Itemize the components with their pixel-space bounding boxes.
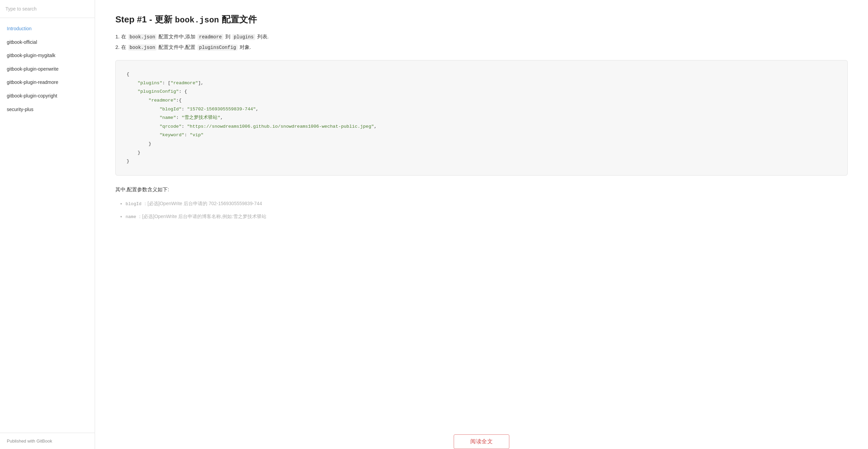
- bullet-blogid-text: ：[必选]OpenWrite 后台申请的: [143, 201, 207, 206]
- bullet-name-text: ：[必选]OpenWrite 后台申请的博客名称,例如:雪之梦技术驿站: [137, 214, 266, 219]
- bullet-item-blogid: blogId ：[必选]OpenWrite 后台申请的 702-15693055…: [126, 200, 848, 208]
- instruction-1-suffix: 列表.: [257, 34, 269, 40]
- sidebar-nav: Introduction gitbook-official gitbook-pl…: [0, 18, 95, 433]
- sidebar-item-gitbook-plugin-readmore[interactable]: gitbook-plugin-readmore: [0, 76, 95, 89]
- instruction-1-mid: 配置文件中,添加: [158, 34, 195, 40]
- sidebar: Introduction gitbook-official gitbook-pl…: [0, 0, 95, 449]
- instruction-item-1: 1. 在 book.json 配置文件中,添加 readmore 到 plugi…: [115, 34, 848, 40]
- readmore-button[interactable]: 阅读全文: [454, 434, 509, 449]
- instruction-2-suffix: 对象.: [240, 44, 251, 51]
- step-heading-code: book.json: [175, 16, 219, 25]
- sidebar-item-gitbook-plugin-mygitalk[interactable]: gitbook-plugin-mygitalk: [0, 49, 95, 62]
- instruction-1-code2: readmore: [197, 34, 223, 40]
- bullet-blogid-suffix: 702-1569305559839-744: [209, 201, 262, 206]
- sidebar-item-security-plus[interactable]: security-plus: [0, 103, 95, 116]
- instruction-2-mid: 配置文件中,配置: [158, 44, 195, 51]
- instruction-item-2: 2. 在 book.json 配置文件中,配置 pluginsConfig 对象…: [115, 44, 848, 51]
- instruction-2-code2: pluginsConfig: [197, 44, 237, 51]
- instruction-2-num: 2. 在: [115, 44, 126, 51]
- published-with-gitbook-label: Published with GitBook: [7, 438, 52, 444]
- bullet-list: blogId ：[必选]OpenWrite 后台申请的 702-15693055…: [115, 200, 848, 221]
- step-heading: Step #1 - 更新 book.json 配置文件: [115, 14, 848, 25]
- sidebar-item-gitbook-plugin-copyright[interactable]: gitbook-plugin-copyright: [0, 89, 95, 103]
- step-heading-text: Step #1 - 更新: [115, 14, 172, 25]
- bullet-item-name: name ：[必选]OpenWrite 后台申请的博客名称,例如:雪之梦技术驿站: [126, 213, 848, 221]
- search-container: [0, 0, 95, 18]
- sidebar-footer: Published with GitBook: [0, 433, 95, 449]
- code-block: { "plugins": ["readmore"], "pluginsConfi…: [115, 60, 848, 176]
- instruction-2-code1: book.json: [128, 44, 157, 51]
- sidebar-item-gitbook-official[interactable]: gitbook-official: [0, 36, 95, 49]
- step-heading-suffix: 配置文件: [222, 14, 257, 25]
- instruction-1-code1: book.json: [128, 34, 157, 40]
- readmore-overlay: 阅读全文: [115, 401, 848, 449]
- main-wrapper: Step #1 - 更新 book.json 配置文件 1. 在 book.js…: [115, 14, 848, 449]
- main-content: Step #1 - 更新 book.json 配置文件 1. 在 book.js…: [95, 0, 868, 449]
- bullet-blogid-label: blogId: [126, 201, 141, 206]
- instruction-1-code3: plugins: [232, 34, 255, 40]
- params-heading: 其中,配置参数含义如下:: [115, 186, 848, 193]
- instruction-1-mid2: 到: [225, 34, 230, 40]
- search-input[interactable]: [5, 6, 89, 12]
- sidebar-item-gitbook-plugin-openwrite[interactable]: gitbook-plugin-openwrite: [0, 62, 95, 76]
- sidebar-item-introduction[interactable]: Introduction: [0, 22, 95, 36]
- bullet-name-label: name: [126, 214, 136, 219]
- instruction-list: 1. 在 book.json 配置文件中,添加 readmore 到 plugi…: [115, 34, 848, 51]
- instruction-1-num: 1. 在: [115, 34, 126, 40]
